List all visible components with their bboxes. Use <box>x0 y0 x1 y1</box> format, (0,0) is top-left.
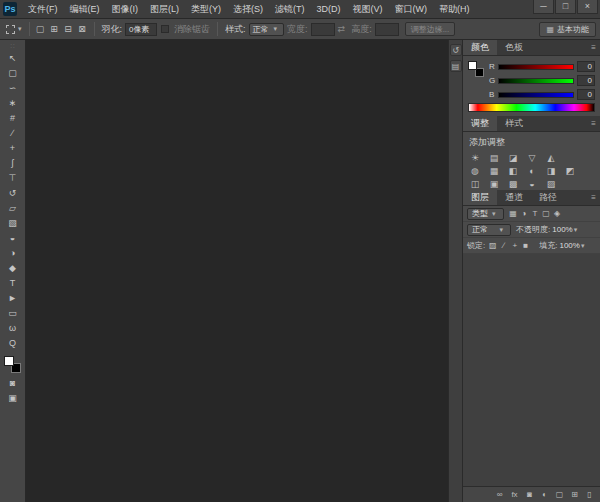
filter-adjustment-layers-icon[interactable]: ◑ <box>519 208 530 219</box>
brightness-contrast-icon[interactable]: ☀ <box>469 152 481 163</box>
menu-item[interactable]: 帮助(H) <box>433 0 476 18</box>
panel-menu-icon[interactable]: ≡ <box>587 190 600 205</box>
link-layers-icon[interactable]: ∞ <box>493 489 506 501</box>
subtract-from-selection-icon[interactable]: ⊟ <box>62 23 75 36</box>
eyedropper-tool[interactable]: ∕ <box>3 125 23 140</box>
path-selection-tool[interactable]: ► <box>3 290 23 305</box>
menu-item[interactable]: 滤镜(T) <box>269 0 311 18</box>
minimize-button[interactable]: ─ <box>533 0 554 14</box>
brush-tool[interactable]: ʃ <box>3 155 23 170</box>
lock-transparent-pixels-icon[interactable]: ▨ <box>487 240 498 251</box>
channel-mixer-icon[interactable]: ◨ <box>545 165 557 176</box>
exposure-icon[interactable]: ▽ <box>526 152 538 163</box>
panel-menu-icon[interactable]: ≡ <box>587 116 600 131</box>
crop-tool[interactable]: # <box>3 110 23 125</box>
zoom-tool[interactable]: Q <box>3 335 23 350</box>
color-swatches[interactable] <box>4 356 21 373</box>
history-panel-icon[interactable]: ↺ <box>450 44 462 56</box>
lasso-tool[interactable]: ∽ <box>3 80 23 95</box>
levels-icon[interactable]: ▤ <box>488 152 500 163</box>
intersect-selection-icon[interactable]: ⊠ <box>76 23 89 36</box>
curves-icon[interactable]: ◪ <box>507 152 519 163</box>
hand-tool[interactable]: ω <box>3 320 23 335</box>
green-value-input[interactable]: 0 <box>577 75 595 86</box>
tab-styles[interactable]: 样式 <box>497 116 531 131</box>
black-white-icon[interactable]: ◧ <box>507 165 519 176</box>
tab-color[interactable]: 颜色 <box>463 40 497 55</box>
new-adjustment-layer-icon[interactable]: ◐ <box>538 489 551 501</box>
new-group-icon[interactable]: ▢ <box>553 489 566 501</box>
canvas-area[interactable] <box>26 40 448 502</box>
rectangle-tool[interactable]: ▭ <box>3 305 23 320</box>
tab-channels[interactable]: 通道 <box>497 190 531 205</box>
opacity-value[interactable]: 100% <box>552 225 572 234</box>
lock-all-icon[interactable]: ■ <box>520 240 531 251</box>
blend-mode-select[interactable]: 正常 ▾ <box>467 224 511 236</box>
maximize-button[interactable]: □ <box>555 0 576 14</box>
add-to-selection-icon[interactable]: ⊞ <box>48 23 61 36</box>
filter-shape-layers-icon[interactable]: ▢ <box>541 208 552 219</box>
type-tool[interactable]: T <box>3 275 23 290</box>
dodge-tool[interactable]: ◑ <box>3 245 23 260</box>
history-brush-tool[interactable]: ↺ <box>3 185 23 200</box>
properties-panel-icon[interactable]: ▤ <box>450 60 462 72</box>
workspace-switcher-button[interactable]: ▦ 基本功能 <box>539 22 596 37</box>
menu-item[interactable]: 文件(F) <box>22 0 64 18</box>
close-button[interactable]: × <box>577 0 598 14</box>
style-select[interactable]: 正常 ▾ <box>249 23 285 36</box>
menu-item[interactable]: 类型(Y) <box>185 0 227 18</box>
invert-icon[interactable]: ◫ <box>469 178 481 189</box>
new-layer-icon[interactable]: ⊞ <box>568 489 581 501</box>
screen-mode-button[interactable]: ▣ <box>3 390 23 405</box>
menu-item[interactable]: 编辑(E) <box>64 0 106 18</box>
gradient-map-icon[interactable]: ◒ <box>526 178 538 189</box>
quick-selection-tool[interactable]: ∗ <box>3 95 23 110</box>
color-balance-icon[interactable]: ▦ <box>488 165 500 176</box>
foreground-color-swatch[interactable] <box>468 61 477 70</box>
filter-pixel-layers-icon[interactable]: ▦ <box>508 208 519 219</box>
new-selection-icon[interactable]: ▢ <box>34 23 47 36</box>
tab-paths[interactable]: 路径 <box>531 190 565 205</box>
filter-smart-objects-icon[interactable]: ◈ <box>552 208 563 219</box>
chevron-down-icon[interactable]: ▾ <box>581 242 585 250</box>
menu-item[interactable]: 3D(D) <box>311 0 347 18</box>
vibrance-icon[interactable]: ◭ <box>545 152 557 163</box>
photo-filter-icon[interactable]: ◐ <box>526 165 538 176</box>
blue-slider[interactable] <box>498 92 574 98</box>
menu-item[interactable]: 视图(V) <box>347 0 389 18</box>
quick-mask-button[interactable]: ◙ <box>3 375 23 390</box>
threshold-icon[interactable]: ▩ <box>507 178 519 189</box>
clone-stamp-tool[interactable]: ⊤ <box>3 170 23 185</box>
spot-healing-brush-tool[interactable]: + <box>3 140 23 155</box>
menu-item[interactable]: 窗口(W) <box>389 0 434 18</box>
blur-tool[interactable]: ◒ <box>3 230 23 245</box>
pen-tool[interactable]: ◆ <box>3 260 23 275</box>
hue-saturation-icon[interactable]: ◍ <box>469 165 481 176</box>
green-slider[interactable] <box>498 78 574 84</box>
delete-layer-icon[interactable]: ▯ <box>583 489 596 501</box>
color-panel-swatches[interactable] <box>468 61 484 77</box>
menu-item[interactable]: 图像(I) <box>106 0 145 18</box>
menu-item[interactable]: 选择(S) <box>227 0 269 18</box>
tab-swatches[interactable]: 色板 <box>497 40 531 55</box>
layers-list[interactable] <box>463 254 600 486</box>
color-lookup-icon[interactable]: ◩ <box>564 165 576 176</box>
blue-value-input[interactable]: 0 <box>577 89 595 100</box>
feather-input[interactable]: 0像素 <box>125 23 157 36</box>
toolbar-grip[interactable]: ∷ <box>11 42 15 49</box>
color-spectrum-ramp[interactable] <box>468 103 595 112</box>
add-layer-mask-icon[interactable]: ◙ <box>523 489 536 501</box>
menu-item[interactable]: 图层(L) <box>144 0 185 18</box>
layer-filter-select[interactable]: 类型 ▾ <box>467 208 504 220</box>
chevron-down-icon[interactable]: ▾ <box>18 25 22 33</box>
posterize-icon[interactable]: ▣ <box>488 178 500 189</box>
lock-image-pixels-icon[interactable]: ∕ <box>498 240 509 251</box>
gradient-tool[interactable]: ▧ <box>3 215 23 230</box>
panel-menu-icon[interactable]: ≡ <box>587 40 600 55</box>
lock-position-icon[interactable]: + <box>509 240 520 251</box>
red-value-input[interactable]: 0 <box>577 61 595 72</box>
red-slider[interactable] <box>498 64 574 70</box>
move-tool[interactable]: ↖ <box>3 50 23 65</box>
foreground-color-swatch[interactable] <box>4 356 14 366</box>
rectangular-marquee-tool[interactable]: ▢ <box>3 65 23 80</box>
